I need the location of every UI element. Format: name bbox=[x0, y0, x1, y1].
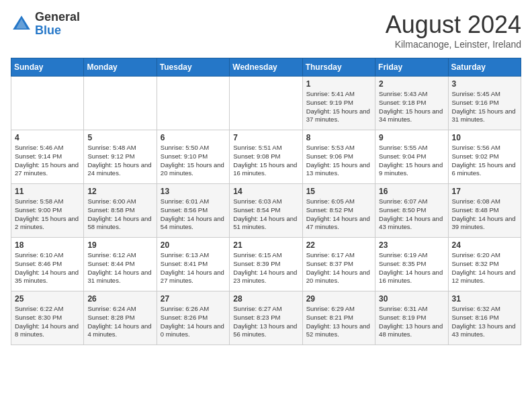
header-cell-thursday: Thursday bbox=[302, 58, 375, 77]
day-cell: 25Sunrise: 6:22 AM Sunset: 8:30 PM Dayli… bbox=[11, 291, 84, 345]
header-cell-saturday: Saturday bbox=[448, 58, 521, 77]
month-title: August 2024 bbox=[386, 11, 521, 39]
week-row-1: 1Sunrise: 5:41 AM Sunset: 9:19 PM Daylig… bbox=[11, 77, 521, 130]
day-number: 12 bbox=[87, 187, 152, 196]
week-row-2: 4Sunrise: 5:46 AM Sunset: 9:14 PM Daylig… bbox=[11, 130, 521, 184]
day-cell: 15Sunrise: 6:05 AM Sunset: 8:52 PM Dayli… bbox=[302, 184, 375, 238]
day-info: Sunrise: 5:43 AM Sunset: 9:18 PM Dayligh… bbox=[379, 90, 444, 124]
day-number: 26 bbox=[87, 294, 152, 304]
day-info: Sunrise: 6:15 AM Sunset: 8:39 PM Dayligh… bbox=[233, 251, 298, 285]
day-cell: 7Sunrise: 5:51 AM Sunset: 9:08 PM Daylig… bbox=[230, 130, 302, 184]
day-info: Sunrise: 5:51 AM Sunset: 9:08 PM Dayligh… bbox=[233, 144, 298, 178]
day-cell: 26Sunrise: 6:24 AM Sunset: 8:28 PM Dayli… bbox=[84, 291, 157, 345]
calendar-table: SundayMondayTuesdayWednesdayThursdayFrid… bbox=[11, 58, 521, 345]
day-info: Sunrise: 6:07 AM Sunset: 8:50 PM Dayligh… bbox=[379, 197, 444, 232]
day-number: 18 bbox=[15, 240, 80, 250]
day-cell: 10Sunrise: 5:56 AM Sunset: 9:02 PM Dayli… bbox=[448, 130, 521, 184]
day-number: 5 bbox=[87, 133, 152, 142]
day-cell: 9Sunrise: 5:55 AM Sunset: 9:04 PM Daylig… bbox=[375, 130, 448, 184]
day-cell: 20Sunrise: 6:13 AM Sunset: 8:41 PM Dayli… bbox=[157, 238, 229, 291]
day-cell: 14Sunrise: 6:03 AM Sunset: 8:54 PM Dayli… bbox=[230, 184, 302, 238]
day-cell bbox=[11, 77, 84, 130]
day-cell: 13Sunrise: 6:01 AM Sunset: 8:56 PM Dayli… bbox=[157, 184, 229, 238]
day-info: Sunrise: 5:53 AM Sunset: 9:06 PM Dayligh… bbox=[306, 144, 371, 178]
day-number: 16 bbox=[379, 187, 444, 196]
week-row-3: 11Sunrise: 5:58 AM Sunset: 9:00 PM Dayli… bbox=[11, 184, 521, 238]
day-info: Sunrise: 6:22 AM Sunset: 8:30 PM Dayligh… bbox=[15, 305, 80, 339]
day-info: Sunrise: 5:50 AM Sunset: 9:10 PM Dayligh… bbox=[161, 144, 226, 178]
calendar-body: 1Sunrise: 5:41 AM Sunset: 9:19 PM Daylig… bbox=[11, 77, 521, 345]
day-number: 3 bbox=[452, 79, 517, 89]
day-number: 8 bbox=[306, 133, 371, 142]
day-info: Sunrise: 6:13 AM Sunset: 8:41 PM Dayligh… bbox=[161, 251, 226, 285]
header-cell-wednesday: Wednesday bbox=[230, 58, 302, 77]
day-info: Sunrise: 6:24 AM Sunset: 8:28 PM Dayligh… bbox=[87, 305, 152, 339]
header-cell-sunday: Sunday bbox=[11, 58, 84, 77]
day-cell: 2Sunrise: 5:43 AM Sunset: 9:18 PM Daylig… bbox=[375, 77, 448, 130]
day-info: Sunrise: 6:10 AM Sunset: 8:46 PM Dayligh… bbox=[15, 251, 80, 285]
header-row: SundayMondayTuesdayWednesdayThursdayFrid… bbox=[11, 58, 521, 77]
day-info: Sunrise: 6:00 AM Sunset: 8:58 PM Dayligh… bbox=[87, 197, 152, 232]
logo-general: General bbox=[35, 11, 80, 24]
day-info: Sunrise: 6:19 AM Sunset: 8:35 PM Dayligh… bbox=[379, 251, 444, 285]
day-number: 11 bbox=[15, 187, 80, 196]
day-info: Sunrise: 6:17 AM Sunset: 8:37 PM Dayligh… bbox=[306, 251, 371, 285]
day-cell: 21Sunrise: 6:15 AM Sunset: 8:39 PM Dayli… bbox=[230, 238, 302, 291]
calendar-header: SundayMondayTuesdayWednesdayThursdayFrid… bbox=[11, 58, 521, 77]
week-row-5: 25Sunrise: 6:22 AM Sunset: 8:30 PM Dayli… bbox=[11, 291, 521, 345]
day-info: Sunrise: 6:01 AM Sunset: 8:56 PM Dayligh… bbox=[161, 197, 226, 232]
day-cell: 30Sunrise: 6:31 AM Sunset: 8:19 PM Dayli… bbox=[375, 291, 448, 345]
location-subtitle: Kilmacanoge, Leinster, Ireland bbox=[386, 39, 521, 50]
day-number: 13 bbox=[161, 187, 226, 196]
day-number: 7 bbox=[233, 133, 298, 142]
page-header: General Blue August 2024 Kilmacanoge, Le… bbox=[11, 11, 521, 50]
day-number: 29 bbox=[306, 294, 371, 304]
day-info: Sunrise: 6:26 AM Sunset: 8:26 PM Dayligh… bbox=[161, 305, 226, 339]
day-cell: 17Sunrise: 6:08 AM Sunset: 8:48 PM Dayli… bbox=[448, 184, 521, 238]
day-info: Sunrise: 5:56 AM Sunset: 9:02 PM Dayligh… bbox=[452, 144, 517, 178]
day-info: Sunrise: 5:41 AM Sunset: 9:19 PM Dayligh… bbox=[306, 90, 371, 124]
day-info: Sunrise: 6:03 AM Sunset: 8:54 PM Dayligh… bbox=[233, 197, 298, 232]
day-cell: 16Sunrise: 6:07 AM Sunset: 8:50 PM Dayli… bbox=[375, 184, 448, 238]
day-number: 31 bbox=[452, 294, 517, 304]
day-cell: 8Sunrise: 5:53 AM Sunset: 9:06 PM Daylig… bbox=[302, 130, 375, 184]
logo-blue: Blue bbox=[35, 24, 80, 38]
day-cell: 5Sunrise: 5:48 AM Sunset: 9:12 PM Daylig… bbox=[84, 130, 157, 184]
day-info: Sunrise: 6:20 AM Sunset: 8:32 PM Dayligh… bbox=[452, 251, 517, 285]
day-number: 21 bbox=[233, 240, 298, 250]
day-info: Sunrise: 5:55 AM Sunset: 9:04 PM Dayligh… bbox=[379, 144, 444, 178]
day-cell: 18Sunrise: 6:10 AM Sunset: 8:46 PM Dayli… bbox=[11, 238, 84, 291]
header-cell-friday: Friday bbox=[375, 58, 448, 77]
day-cell bbox=[157, 77, 229, 130]
day-number: 22 bbox=[306, 240, 371, 250]
day-info: Sunrise: 6:32 AM Sunset: 8:16 PM Dayligh… bbox=[452, 305, 517, 339]
week-row-4: 18Sunrise: 6:10 AM Sunset: 8:46 PM Dayli… bbox=[11, 238, 521, 291]
day-number: 28 bbox=[233, 294, 298, 304]
day-cell: 23Sunrise: 6:19 AM Sunset: 8:35 PM Dayli… bbox=[375, 238, 448, 291]
day-cell: 3Sunrise: 5:45 AM Sunset: 9:16 PM Daylig… bbox=[448, 77, 521, 130]
day-number: 6 bbox=[161, 133, 226, 142]
day-info: Sunrise: 5:45 AM Sunset: 9:16 PM Dayligh… bbox=[452, 90, 517, 124]
day-number: 27 bbox=[161, 294, 226, 304]
header-cell-monday: Monday bbox=[84, 58, 157, 77]
day-info: Sunrise: 6:05 AM Sunset: 8:52 PM Dayligh… bbox=[306, 197, 371, 232]
day-cell: 11Sunrise: 5:58 AM Sunset: 9:00 PM Dayli… bbox=[11, 184, 84, 238]
day-cell bbox=[230, 77, 302, 130]
day-info: Sunrise: 5:48 AM Sunset: 9:12 PM Dayligh… bbox=[87, 144, 152, 178]
header-cell-tuesday: Tuesday bbox=[157, 58, 229, 77]
logo-text: General Blue bbox=[35, 11, 80, 38]
day-info: Sunrise: 6:31 AM Sunset: 8:19 PM Dayligh… bbox=[379, 305, 444, 339]
day-cell: 31Sunrise: 6:32 AM Sunset: 8:16 PM Dayli… bbox=[448, 291, 521, 345]
day-number: 30 bbox=[379, 294, 444, 304]
day-info: Sunrise: 6:29 AM Sunset: 8:21 PM Dayligh… bbox=[306, 305, 371, 339]
day-number: 9 bbox=[379, 133, 444, 142]
day-number: 23 bbox=[379, 240, 444, 250]
day-cell: 12Sunrise: 6:00 AM Sunset: 8:58 PM Dayli… bbox=[84, 184, 157, 238]
day-cell: 27Sunrise: 6:26 AM Sunset: 8:26 PM Dayli… bbox=[157, 291, 229, 345]
day-cell: 24Sunrise: 6:20 AM Sunset: 8:32 PM Dayli… bbox=[448, 238, 521, 291]
day-cell: 6Sunrise: 5:50 AM Sunset: 9:10 PM Daylig… bbox=[157, 130, 229, 184]
day-cell: 19Sunrise: 6:12 AM Sunset: 8:44 PM Dayli… bbox=[84, 238, 157, 291]
day-info: Sunrise: 6:08 AM Sunset: 8:48 PM Dayligh… bbox=[452, 197, 517, 232]
day-cell: 4Sunrise: 5:46 AM Sunset: 9:14 PM Daylig… bbox=[11, 130, 84, 184]
day-cell: 28Sunrise: 6:27 AM Sunset: 8:23 PM Dayli… bbox=[230, 291, 302, 345]
